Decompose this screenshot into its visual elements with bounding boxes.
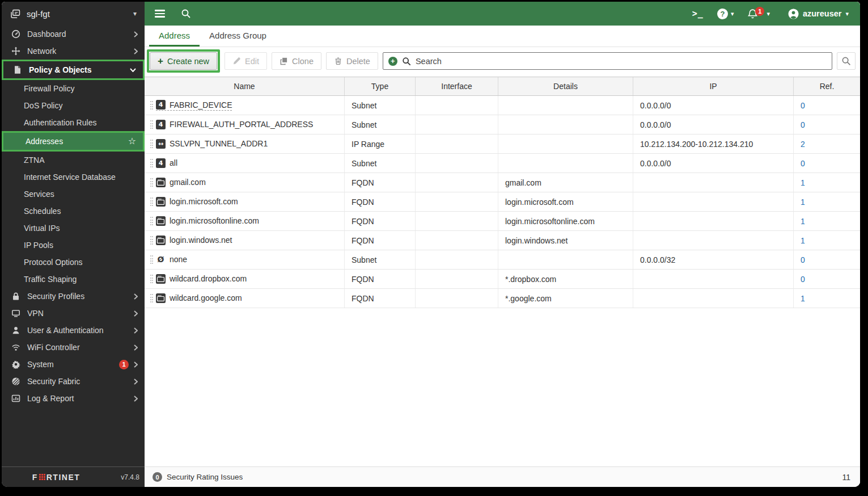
sidebar-item-dos-policy[interactable]: DoS Policy: [2, 97, 145, 114]
drag-handle-icon[interactable]: [150, 275, 153, 283]
edit-button[interactable]: Edit: [225, 52, 267, 70]
interface-cell: [416, 212, 498, 230]
sidebar-item-services[interactable]: Services: [2, 186, 145, 203]
cli-console-icon[interactable]: >_: [692, 9, 704, 19]
ref-count-link[interactable]: 1: [801, 236, 805, 245]
table-row[interactable]: ↔SSLVPN_TUNNEL_ADDR1IP Range10.212.134.2…: [145, 134, 860, 154]
drag-handle-icon[interactable]: [150, 178, 153, 187]
drag-handle-icon[interactable]: [150, 294, 153, 302]
device-stack-icon: [10, 9, 21, 19]
ref-cell: 1: [794, 231, 860, 250]
table-row[interactable]: 4FABRIC_DEVICESubnet0.0.0.0/00: [145, 96, 860, 115]
sidebar-item-wifi-controller[interactable]: WiFi Controller: [2, 339, 145, 356]
sidebar-item-user-authentication[interactable]: User & Authentication: [2, 322, 145, 339]
sidebar-item-addresses[interactable]: Addresses☆: [2, 131, 145, 152]
ref-count-link[interactable]: 0: [801, 120, 805, 129]
column-header-details[interactable]: Details: [498, 77, 633, 95]
fortigate-window: sgl-fgt ▾ DashboardNetworkPolicy & Objec…: [2, 2, 860, 487]
address-name: login.microsoft.com: [170, 197, 238, 206]
ref-count-link[interactable]: 0: [801, 101, 805, 110]
sidebar-item-security-profiles[interactable]: Security Profiles: [2, 288, 145, 305]
ref-count-link[interactable]: 1: [801, 217, 805, 226]
drag-handle-icon[interactable]: [150, 197, 153, 206]
ref-count-link[interactable]: 1: [801, 178, 805, 187]
table-row[interactable]: 4FIREWALL_AUTH_PORTAL_ADDRESSSubnet0.0.0…: [145, 115, 860, 134]
drag-handle-icon[interactable]: [150, 120, 153, 129]
table-row[interactable]: login.microsoftonline.comFQDNlogin.micro…: [145, 212, 860, 231]
drag-handle-icon[interactable]: [150, 159, 153, 167]
plus-icon: +: [158, 56, 163, 66]
table-row[interactable]: login.windows.netFQDNlogin.windows.net1: [145, 231, 860, 250]
fqdn-icon: [156, 236, 166, 245]
sidebar-item-protocol-options[interactable]: Protocol Options: [2, 254, 145, 271]
search-input[interactable]: [416, 57, 827, 66]
table-row[interactable]: ØnoneSubnet0.0.0.0/320: [145, 250, 860, 270]
interface-cell: [416, 173, 498, 192]
drag-handle-icon[interactable]: [150, 140, 153, 148]
sidebar-item-dashboard[interactable]: Dashboard: [2, 26, 145, 43]
table-row[interactable]: wildcard.dropbox.comFQDN*.dropbox.com0: [145, 270, 860, 289]
column-header-name[interactable]: Name: [145, 77, 345, 95]
ref-count-link[interactable]: 0: [801, 255, 805, 264]
ref-count-link[interactable]: 0: [801, 275, 805, 284]
sidebar-item-firewall-policy[interactable]: Firewall Policy: [2, 80, 145, 97]
chevron-down-icon: ▾: [845, 10, 849, 18]
search-submit-button[interactable]: [837, 52, 856, 70]
drag-handle-icon[interactable]: [150, 255, 153, 264]
type-cell: IP Range: [345, 134, 416, 153]
annotation-create-new: + Create new: [147, 49, 220, 73]
add-filter-icon[interactable]: +: [388, 57, 397, 66]
user-menu[interactable]: azureuser ▾: [788, 9, 849, 19]
sidebar-item-schedules[interactable]: Schedules: [2, 203, 145, 220]
star-icon[interactable]: ☆: [128, 137, 136, 146]
tab-address-group[interactable]: Address Group: [200, 26, 276, 47]
help-menu[interactable]: ? ▾: [717, 9, 734, 19]
column-header-ip[interactable]: IP: [633, 77, 794, 95]
ref-count-link[interactable]: 1: [801, 197, 805, 207]
ref-count-link[interactable]: 2: [801, 140, 805, 149]
ref-count-link[interactable]: 0: [801, 159, 805, 168]
sidebar-item-internet-service-database[interactable]: Internet Service Database: [2, 169, 145, 186]
sidebar-item-security-fabric[interactable]: Security Fabric: [2, 373, 145, 390]
ref-cell: 1: [794, 173, 860, 192]
sidebar-item-authentication-rules[interactable]: Authentication Rules: [2, 114, 145, 131]
sidebar-item-virtual-ips[interactable]: Virtual IPs: [2, 220, 145, 237]
sidebar-item-policy-objects[interactable]: Policy & Objects: [2, 60, 145, 80]
table-row[interactable]: wildcard.google.comFQDN*.google.com1: [145, 289, 860, 308]
tab-address[interactable]: Address: [149, 26, 200, 47]
sidebar-item-system[interactable]: System1: [2, 356, 145, 373]
ref-count-link[interactable]: 1: [801, 294, 805, 303]
table-row[interactable]: login.microsoft.comFQDNlogin.microsoft.c…: [145, 192, 860, 212]
sidebar-item-ztna[interactable]: ZTNA: [2, 152, 145, 169]
column-header-interface[interactable]: Interface: [416, 77, 498, 95]
drag-handle-icon[interactable]: [150, 217, 153, 225]
name-cell: ↔SSLVPN_TUNNEL_ADDR1: [145, 134, 345, 153]
table-row[interactable]: gmail.comFQDNgmail.com1: [145, 173, 860, 192]
device-selector[interactable]: sgl-fgt ▾: [2, 2, 145, 26]
ip-cell: 0.0.0.0/0: [633, 115, 794, 134]
security-rating-label[interactable]: Security Rating Issues: [167, 473, 243, 481]
type-cell: Subnet: [345, 96, 416, 115]
drag-handle-icon[interactable]: [150, 101, 153, 110]
table-row[interactable]: 4allSubnet0.0.0.0/00: [145, 154, 860, 173]
drag-handle-icon[interactable]: [150, 236, 153, 245]
ip-cell: 0.0.0.0/32: [633, 250, 794, 269]
sidebar-item-network[interactable]: Network: [2, 43, 145, 60]
sidebar-item-log-report[interactable]: Log & Report: [2, 390, 145, 407]
clone-button[interactable]: Clone: [272, 52, 321, 70]
sidebar-item-label: User & Authentication: [27, 326, 104, 335]
name-cell: login.microsoft.com: [145, 192, 345, 211]
sidebar-item-label: Services: [24, 190, 54, 199]
sidebar-item-vpn[interactable]: VPN: [2, 305, 145, 322]
menu-icon[interactable]: [155, 10, 165, 17]
type-cell: FQDN: [345, 173, 416, 192]
column-header-ref[interactable]: Ref.: [794, 77, 860, 95]
sidebar-item-ip-pools[interactable]: IP Pools: [2, 237, 145, 254]
tabbar: AddressAddress Group: [145, 26, 860, 47]
notifications-menu[interactable]: 1 ▾: [747, 9, 770, 19]
delete-button[interactable]: Delete: [326, 52, 378, 70]
search-icon[interactable]: [181, 9, 191, 19]
create-new-button[interactable]: + Create new: [150, 52, 217, 70]
sidebar-item-traffic-shaping[interactable]: Traffic Shaping: [2, 271, 145, 288]
column-header-type[interactable]: Type: [345, 77, 416, 95]
